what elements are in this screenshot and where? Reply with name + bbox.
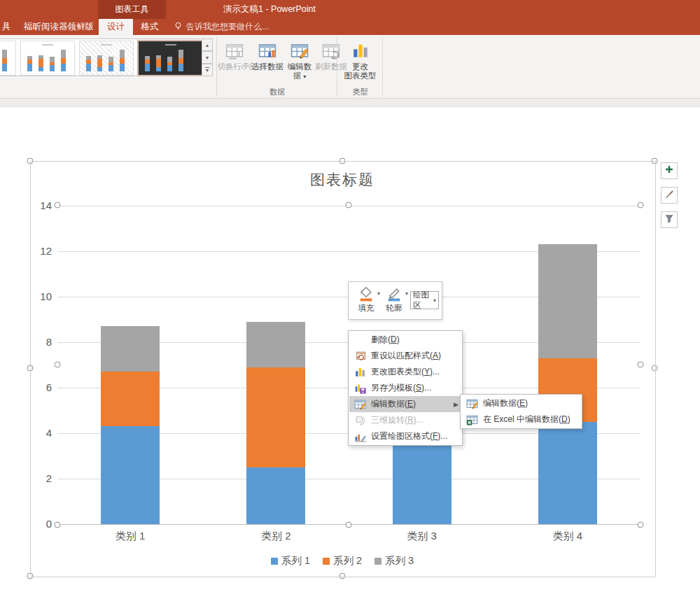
plot-area-handle[interactable] — [346, 522, 352, 528]
outline-button[interactable]: ▾ 轮廓 — [381, 285, 407, 316]
plot-area-handle[interactable] — [638, 522, 644, 528]
menu-item-label: 在 Excel 中编辑数据(D) — [483, 414, 570, 425]
plot-area-handle[interactable] — [55, 202, 61, 209]
chart-legend: 系列 1系列 2系列 3 — [30, 554, 654, 568]
plot-area-handle[interactable] — [638, 362, 644, 368]
plot-area-handle[interactable] — [346, 202, 352, 209]
menu-item-label: 三维旋转(R)... — [371, 414, 424, 426]
rotate-3d-icon — [352, 414, 368, 427]
save-template-icon — [352, 382, 368, 395]
excel-edit-icon — [464, 414, 479, 426]
chart-filters-button[interactable] — [661, 211, 678, 228]
menu-item-label: 编辑数据(E) — [483, 397, 528, 409]
chevron-down-icon: ▾ — [405, 290, 408, 297]
chart-object-frame — [30, 161, 656, 577]
context-menu: 删除(D)重设以匹配样式(A)更改图表类型(Y)...另存为模板(S)...编辑… — [348, 330, 463, 446]
legend-item[interactable]: 系列 2 — [323, 554, 362, 568]
plot-area-handle[interactable] — [55, 362, 61, 368]
chart-styles-button[interactable] — [661, 187, 678, 204]
edit-data-icon — [464, 397, 479, 410]
fill-label: 填充 — [358, 303, 374, 313]
chart-title[interactable]: 图表标题 — [237, 170, 447, 190]
plot-area-handle[interactable] — [55, 522, 61, 528]
context-menu-item[interactable]: 编辑数据(E)▶ — [349, 396, 461, 412]
no-icon — [352, 334, 368, 346]
legend-item[interactable]: 系列 3 — [374, 554, 414, 568]
chart-element-selector[interactable]: 绘图区 ▾ — [410, 291, 439, 309]
selector-value: 绘图区 — [413, 290, 433, 311]
menu-item-label: 重设以匹配样式(A) — [371, 350, 441, 362]
filter-icon — [664, 213, 675, 227]
chevron-down-icon: ▾ — [377, 290, 380, 297]
context-menu-item: 三维旋转(R)... — [349, 412, 461, 428]
legend-swatch — [271, 558, 278, 565]
brush-icon — [664, 188, 675, 202]
context-menu-item[interactable]: 重设以匹配样式(A) — [349, 348, 461, 364]
context-menu-item[interactable]: 设置绘图区格式(F)... — [349, 428, 461, 444]
plus-icon — [664, 164, 675, 178]
chart-type-icon — [352, 366, 368, 379]
fill-bucket-icon: ▾ — [358, 285, 374, 303]
context-submenu: 编辑数据(E)在 Excel 中编辑数据(D) — [460, 394, 582, 429]
legend-swatch — [374, 558, 382, 565]
outline-label: 轮廓 — [386, 303, 402, 313]
outline-pencil-icon: ▾ — [386, 285, 402, 303]
mini-toolbar: ▾ 填充 ▾ 轮廓 绘图区 ▾ — [348, 281, 442, 320]
submenu-arrow-icon: ▶ — [454, 401, 458, 408]
context-menu-item[interactable]: 更改图表类型(Y)... — [349, 364, 461, 380]
menu-item-label: 编辑数据(E) — [371, 398, 416, 410]
context-menu-item[interactable]: 删除(D) — [349, 332, 461, 348]
legend-item[interactable]: 系列 1 — [271, 554, 310, 568]
legend-label: 系列 2 — [333, 554, 362, 568]
context-menu-item[interactable]: 另存为模板(S)... — [349, 380, 461, 396]
plot-area-handle[interactable] — [638, 202, 644, 209]
submenu-item[interactable]: 在 Excel 中编辑数据(D) — [461, 411, 581, 428]
edit-data-icon — [352, 398, 368, 411]
reset-icon — [352, 350, 368, 362]
fill-button[interactable]: ▾ 填充 — [353, 285, 379, 316]
legend-label: 系列 3 — [385, 554, 414, 568]
chevron-down-icon: ▾ — [433, 297, 436, 304]
menu-item-label: 设置绘图区格式(F)... — [371, 430, 447, 442]
format-plot-icon — [352, 430, 368, 443]
legend-swatch — [323, 558, 330, 565]
legend-label: 系列 1 — [281, 554, 310, 568]
menu-item-label: 更改图表类型(Y)... — [371, 366, 440, 378]
menu-item-label: 删除(D) — [371, 334, 400, 346]
chart-elements-button[interactable] — [661, 162, 678, 179]
menu-item-label: 另存为模板(S)... — [371, 382, 431, 394]
submenu-item[interactable]: 编辑数据(E) — [461, 395, 581, 411]
